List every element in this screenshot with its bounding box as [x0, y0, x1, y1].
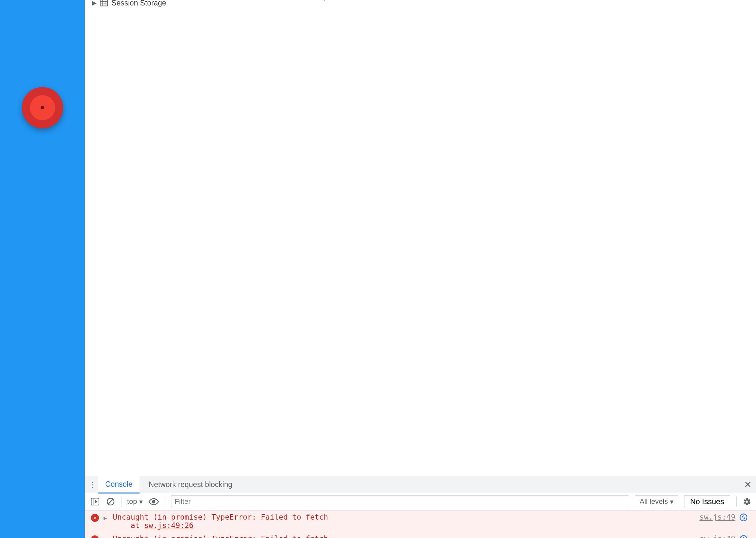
console-row[interactable]: ✕▶Uncaught (in promise) TypeError: Faile…	[85, 532, 756, 538]
source-link[interactable]: sw.js:49	[694, 513, 735, 521]
close-drawer-icon[interactable]: ✕	[744, 479, 756, 490]
console-message: Uncaught (in promise) TypeError: Failed …	[113, 513, 690, 530]
svg-rect-12	[100, 0, 108, 6]
sidebar-item-session-storage[interactable]: ▶ Session Storage	[85, 0, 195, 10]
browser-window: The Air Horner ✕ + ⌄ ← → ⟳ 🔒 airhorner.c…	[0, 0, 756, 538]
sidebar-toggle-icon[interactable]	[90, 497, 100, 506]
error-icon: ✕	[90, 534, 100, 538]
console-output: ✕▶Uncaught (in promise) TypeError: Faile…	[85, 511, 756, 538]
svg-line-21	[108, 499, 113, 504]
drawer-tab-network-blocking[interactable]: Network request blocking	[142, 476, 239, 493]
error-icon: ✕	[90, 513, 100, 522]
page-viewport	[0, 0, 85, 538]
disclosure-triangle-icon[interactable]: ▶	[104, 534, 109, 538]
svg-marker-19	[95, 501, 97, 503]
navigation-icon[interactable]	[739, 513, 750, 522]
log-levels-selector[interactable]: All levels ▾	[635, 495, 678, 508]
navigation-icon[interactable]	[739, 534, 750, 538]
airhorn-button[interactable]	[22, 87, 63, 129]
svg-point-22	[152, 500, 155, 503]
console-row[interactable]: ✕▶Uncaught (in promise) TypeError: Faile…	[85, 511, 756, 532]
application-sidebar: Application Manifest Service Workers Sto…	[85, 0, 195, 476]
context-selector[interactable]: top ▾	[127, 497, 143, 506]
grid-icon	[100, 0, 108, 6]
source-link[interactable]: sw.js:49	[694, 534, 735, 538]
drawer-tab-console[interactable]: Console	[98, 476, 140, 494]
console-toolbar: top ▾ All levels ▾ No Issues	[85, 493, 756, 510]
disclosure-triangle-icon[interactable]: ▶	[92, 0, 97, 6]
svg-rect-17	[91, 498, 99, 505]
received-timestamp: 8/23/2022, 11:51:40 AM	[291, 0, 370, 2]
issues-button[interactable]: No Issues	[684, 495, 730, 508]
drawer-more-icon[interactable]: ⋮	[89, 480, 96, 489]
service-workers-panel: Service Workers Offline Update on reload…	[195, 0, 756, 476]
disclosure-triangle-icon[interactable]: ▶	[104, 513, 109, 521]
devtools: Elements Sources Application ▲Network Co…	[85, 0, 756, 538]
live-expression-icon[interactable]	[149, 498, 159, 506]
console-message: Uncaught (in promise) TypeError: Failed …	[113, 534, 690, 538]
console-settings-icon[interactable]	[742, 497, 751, 506]
console-filter-input[interactable]	[171, 495, 629, 508]
svg-point-23	[740, 514, 747, 520]
label-received: Received	[205, 0, 291, 2]
devtools-drawer: ⋮ Console Network request blocking ✕ top…	[85, 476, 756, 538]
clear-console-icon[interactable]	[106, 497, 115, 506]
